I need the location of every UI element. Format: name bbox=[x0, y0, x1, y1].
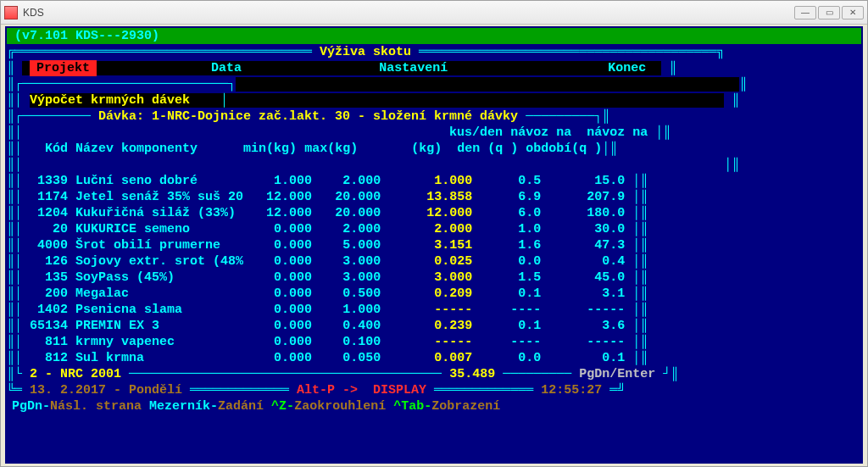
version-bar: (v7.101 KDS---2930) bbox=[7, 28, 861, 44]
help-key-space[interactable]: Mezerník- bbox=[149, 399, 218, 414]
data-rows: ║│ 1339 Luční seno dobré 1.000 2.000 1.0… bbox=[7, 173, 861, 366]
date-text: 13. 2.2017 - Pondělí bbox=[30, 383, 182, 398]
davka-title: Dávka: 1-NRC-Dojnice zač.lakt. 30 - slož… bbox=[98, 109, 518, 124]
table-row[interactable]: ║│ 135 SoyPass (45%) 0.000 3.000 3.000 1… bbox=[7, 270, 861, 286]
date-line: ╚═ 13. 2.2017 - Pondělí ═════════════ Al… bbox=[7, 382, 861, 398]
menu-row: ║ Projekt Data Nastavení Konec ║ bbox=[7, 60, 861, 76]
table-row[interactable]: ║│ 65134 PREMIN EX 3 0.000 0.400 0.239 0… bbox=[7, 318, 861, 334]
table-row[interactable]: ║│ 1204 Kukuřičná siláž (33%) 12.000 20.… bbox=[7, 205, 861, 221]
table-row[interactable]: ║│ 1402 Psenicna slama 0.000 1.000 -----… bbox=[7, 302, 861, 318]
section-border-top: ╔═══════════════════════════════════════… bbox=[7, 44, 861, 60]
header-row-1: ║│ kus/den návoz na návoz na │║ bbox=[7, 125, 861, 141]
window-title: KDS bbox=[23, 7, 44, 19]
help-key-pgdn[interactable]: PgDn- bbox=[12, 399, 50, 414]
minimize-button[interactable]: — bbox=[794, 6, 816, 19]
data-box-top: ║┌───────── Dávka: 1-NRC-Dojnice zač.lak… bbox=[7, 108, 861, 125]
table-row[interactable]: ║│ 4000 Šrot obilí prumerne 0.000 5.000 … bbox=[7, 237, 861, 253]
table-row[interactable]: ║│ 126 Sojovy extr. srot (48% 0.000 3.00… bbox=[7, 253, 861, 270]
sum-right[interactable]: PgDn/Enter bbox=[579, 367, 655, 381]
menu-konec[interactable]: Konec bbox=[608, 61, 646, 75]
header-gap: ║│ │║ bbox=[7, 157, 861, 173]
subtitle-row: ║│ Výpočet krmných dávek │ ║ bbox=[7, 92, 861, 108]
app-window: KDS — ▭ ✕ (v7.101 KDS---2930) ╔═════════… bbox=[0, 0, 868, 467]
table-row[interactable]: ║│ 811 krmny vapenec 0.000 0.100 ----- -… bbox=[7, 334, 861, 350]
table-row[interactable]: ║│ 1174 Jetel senáž 35% suš 20 12.000 20… bbox=[7, 189, 861, 205]
window-titlebar[interactable]: KDS — ▭ ✕ bbox=[1, 1, 867, 25]
menu-nastaveni[interactable]: Nastavení bbox=[379, 61, 448, 75]
app-icon bbox=[4, 6, 18, 19]
menu-divider: ║┌───────────────────────────┐ ║ bbox=[7, 76, 861, 92]
window-controls: — ▭ ✕ bbox=[794, 6, 864, 19]
menu-projekt[interactable]: Projekt bbox=[30, 60, 97, 76]
header-row-2: ║│ Kód Název komponenty min(kg) max(kg) … bbox=[7, 141, 861, 157]
sum-left: 2 - NRC 2001 bbox=[30, 367, 121, 381]
table-row[interactable]: ║│ 812 Sul krmna 0.000 0.050 0.007 0.0 0… bbox=[7, 350, 861, 366]
altp-text: Alt-P -> DISPLAY bbox=[297, 383, 426, 398]
table-row[interactable]: ║│ 1339 Luční seno dobré 1.000 2.000 1.0… bbox=[7, 173, 861, 189]
table-row[interactable]: ║│ 200 Megalac 0.000 0.500 0.209 0.1 3.1… bbox=[7, 286, 861, 302]
sum-mid: 35.489 bbox=[449, 367, 495, 381]
subtitle: Výpočet krmných dávek bbox=[30, 93, 190, 108]
help-line: PgDn-Násl. strana Mezerník-Zadání ^Z-Zao… bbox=[7, 398, 861, 414]
table-row[interactable]: ║│ 20 KUKURICE semeno 0.000 2.000 2.000 … bbox=[7, 221, 861, 237]
summary-row: ║└ 2 - NRC 2001 ────────────────────────… bbox=[7, 366, 861, 382]
time-text: 12:55:27 bbox=[541, 383, 602, 398]
menu-data[interactable]: Data bbox=[211, 61, 242, 75]
terminal-screen: (v7.101 KDS---2930) ╔═══════════════════… bbox=[5, 26, 863, 464]
maximize-button[interactable]: ▭ bbox=[818, 6, 840, 19]
close-button[interactable]: ✕ bbox=[842, 6, 864, 19]
help-key-ctrltab[interactable]: ^Tab- bbox=[393, 399, 431, 414]
section-title: Výživa skotu bbox=[320, 45, 411, 59]
help-key-ctrlz[interactable]: ^Z- bbox=[271, 399, 294, 414]
